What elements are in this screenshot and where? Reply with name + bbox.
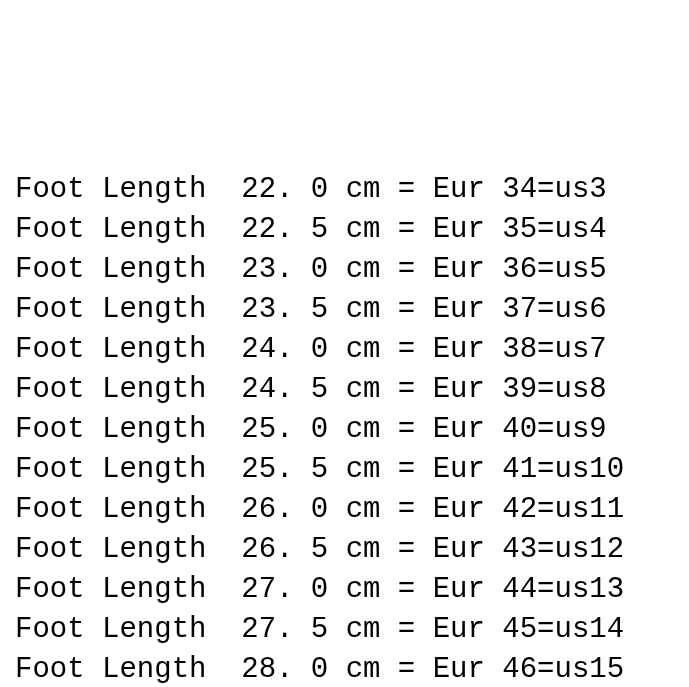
size-row: Foot Length 22. 0 cm = Eur 34=us3 [15, 170, 674, 210]
size-row: Foot Length 24. 5 cm = Eur 39=us8 [15, 370, 674, 410]
size-row: Foot Length 25. 0 cm = Eur 40=us9 [15, 410, 674, 450]
size-row: Foot Length 26. 0 cm = Eur 42=us11 [15, 490, 674, 530]
size-row: Foot Length 27. 5 cm = Eur 45=us14 [15, 610, 674, 650]
size-row: Foot Length 24. 0 cm = Eur 38=us7 [15, 330, 674, 370]
size-row: Foot Length 25. 5 cm = Eur 41=us10 [15, 450, 674, 490]
size-row: Foot Length 23. 5 cm = Eur 37=us6 [15, 290, 674, 330]
size-row: Foot Length 22. 5 cm = Eur 35=us4 [15, 210, 674, 250]
size-row: Foot Length 27. 0 cm = Eur 44=us13 [15, 570, 674, 610]
size-chart: Foot Length 22. 0 cm = Eur 34=us3Foot Le… [15, 170, 674, 687]
size-row: Foot Length 23. 0 cm = Eur 36=us5 [15, 250, 674, 290]
size-row: Foot Length 28. 0 cm = Eur 46=us15 [15, 650, 674, 687]
size-row: Foot Length 26. 5 cm = Eur 43=us12 [15, 530, 674, 570]
